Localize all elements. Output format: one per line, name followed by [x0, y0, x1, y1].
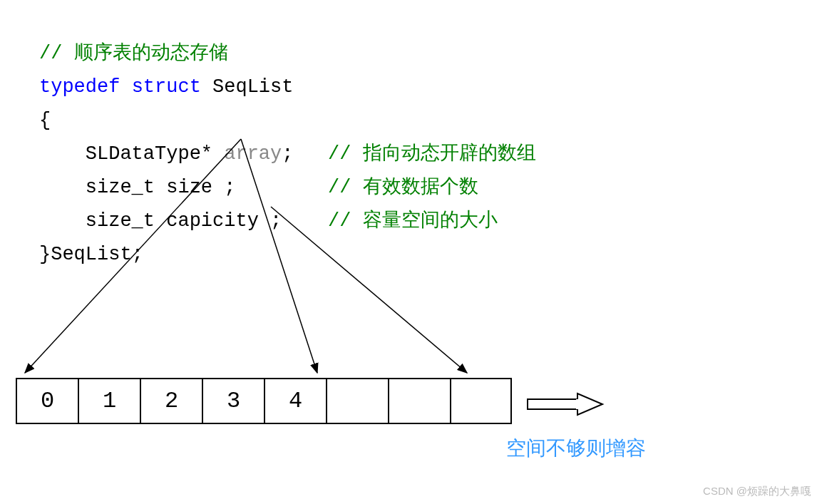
- end-semi: ;: [132, 244, 143, 265]
- code-block: // 顺序表的动态存储 typedef struct SeqList { SLD…: [39, 4, 536, 272]
- svg-marker-5: [577, 394, 602, 415]
- array-cell: 2: [140, 378, 202, 424]
- brace-close: }: [39, 244, 51, 265]
- svg-rect-6: [576, 399, 579, 409]
- svg-rect-4: [528, 399, 577, 409]
- array-cell: 4: [264, 378, 326, 424]
- array-cell: [450, 378, 512, 424]
- array-cell: [326, 378, 388, 424]
- array-cell: 0: [16, 378, 78, 424]
- watermark: CSDN @烦躁的大鼻嘎: [703, 485, 811, 498]
- comment-top: // 顺序表的动态存储: [39, 43, 228, 64]
- array-cell: 3: [202, 378, 264, 424]
- struct-name: SeqList: [201, 76, 294, 98]
- field-array-semi: ;: [282, 143, 293, 165]
- keyword-struct: struct: [132, 76, 201, 98]
- keyword-typedef: typedef: [39, 76, 120, 98]
- comment-array: // 指向动态开辟的数组: [328, 143, 536, 165]
- comment-cap: // 容量空间的大小: [328, 210, 498, 232]
- array-cell: 1: [78, 378, 140, 424]
- grow-caption: 空间不够则增容: [506, 435, 646, 462]
- field-array-var: array: [224, 143, 282, 165]
- array-cell: [388, 378, 450, 424]
- field-array-prefix: SLDataType*: [39, 143, 224, 165]
- struct-alias: SeqList: [51, 244, 131, 265]
- field-cap: size_t capicity ;: [39, 210, 282, 232]
- brace-open: {: [39, 110, 51, 131]
- comment-size: // 有效数据个数: [328, 177, 478, 198]
- array-diagram: 0 1 2 3 4: [16, 378, 512, 424]
- grow-arrow-icon: [524, 391, 617, 419]
- field-size: size_t size ;: [39, 177, 235, 198]
